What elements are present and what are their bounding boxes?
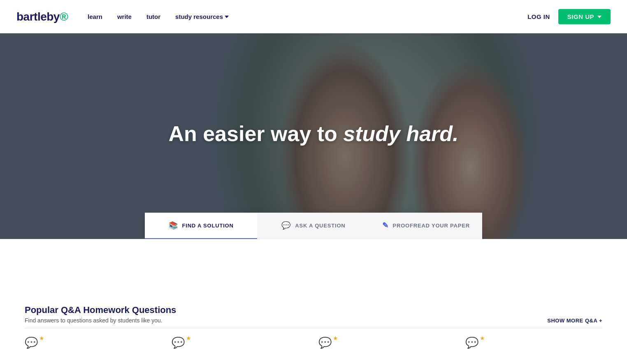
hero-section: An easier way to study hard. 📚 FIND A SO…	[0, 33, 627, 239]
qa-card-4-icon-wrap: 💬 ★	[465, 336, 483, 355]
nav-link-tutor[interactable]: tutor	[146, 13, 160, 20]
nav-link-learn[interactable]: learn	[88, 13, 102, 20]
qa-card-1-star-icon: ★	[39, 335, 44, 341]
tab-proofread-label: PROOFREAD YOUR PAPER	[393, 223, 470, 229]
find-solution-icon: 📚	[169, 221, 178, 230]
hero-spacer	[0, 239, 627, 305]
signup-button[interactable]: SIGN UP	[558, 9, 611, 24]
nav-link-study-resources[interactable]: study resources	[175, 13, 229, 20]
qa-card-2-icon-wrap: 💬 ★	[172, 336, 190, 355]
hero-title-start: An easier way to	[168, 122, 343, 146]
qa-card-2-star-icon: ★	[186, 335, 191, 341]
hero-content: An easier way to study hard.	[149, 122, 478, 146]
popular-qa-titles: Popular Q&A Homework Questions Find answ…	[25, 305, 176, 324]
popular-qa-header: Popular Q&A Homework Questions Find answ…	[25, 305, 602, 324]
qa-card-4-chat-icon: 💬	[465, 336, 478, 349]
qa-card-4-star-icon: ★	[480, 335, 485, 341]
qa-card-2: 💬 ★	[172, 336, 309, 355]
hero-title-italic: study hard.	[343, 122, 458, 146]
show-more-qa-link[interactable]: SHOW MORE Q&A +	[547, 318, 602, 324]
tab-ask-question-label: ASK A QUESTION	[295, 223, 345, 229]
qa-card-1-chat-icon: 💬	[25, 336, 38, 349]
signup-label: SIGN UP	[567, 13, 594, 20]
logo-dot: ®	[60, 10, 68, 23]
navbar: bartleby® learn write tutor study resour…	[0, 0, 627, 33]
popular-qa-subtitle: Find answers to questions asked by stude…	[25, 317, 176, 324]
signup-chevron-icon	[597, 16, 601, 18]
qa-card-3: 💬 ★	[318, 336, 455, 355]
tab-find-solution-label: FIND A SOLUTION	[182, 223, 234, 229]
ask-question-icon: 💬	[281, 221, 291, 230]
section-divider	[25, 328, 602, 328]
qa-card-3-star-icon: ★	[333, 335, 338, 341]
qa-card-1: 💬 ★	[25, 336, 162, 355]
nav-links: learn write tutor study resources	[88, 13, 229, 20]
logo-text: bartleby	[16, 10, 60, 23]
study-resources-chevron-icon	[225, 16, 229, 18]
search-panel: 📚 FIND A SOLUTION 💬 ASK A QUESTION ✎ PRO…	[145, 213, 482, 239]
qa-card-1-icon-wrap: 💬 ★	[25, 336, 43, 355]
qa-card-4: 💬 ★	[465, 336, 602, 355]
logo[interactable]: bartleby®	[16, 10, 68, 23]
hero-title: An easier way to study hard.	[149, 122, 478, 146]
qa-card-3-icon-wrap: 💬 ★	[318, 336, 337, 355]
popular-qa-section: Popular Q&A Homework Questions Find answ…	[0, 305, 627, 364]
nav-link-write[interactable]: write	[117, 13, 132, 20]
tab-ask-question[interactable]: 💬 ASK A QUESTION	[257, 213, 369, 239]
navbar-left: bartleby® learn write tutor study resour…	[16, 10, 229, 23]
tab-find-solution[interactable]: 📚 FIND A SOLUTION	[145, 213, 257, 239]
search-tabs: 📚 FIND A SOLUTION 💬 ASK A QUESTION ✎ PRO…	[145, 213, 482, 239]
tab-proofread[interactable]: ✎ PROOFREAD YOUR PAPER	[370, 213, 482, 239]
navbar-right: LOG IN SIGN UP	[527, 9, 611, 24]
study-resources-label: study resources	[175, 13, 223, 20]
popular-qa-title: Popular Q&A Homework Questions	[25, 305, 176, 315]
qa-card-3-chat-icon: 💬	[318, 336, 332, 349]
qa-card-2-chat-icon: 💬	[172, 336, 185, 349]
proofread-icon: ✎	[382, 221, 389, 230]
qa-cards: 💬 ★ 💬 ★ 💬 ★ 💬 ★	[25, 336, 602, 355]
login-button[interactable]: LOG IN	[527, 13, 550, 20]
